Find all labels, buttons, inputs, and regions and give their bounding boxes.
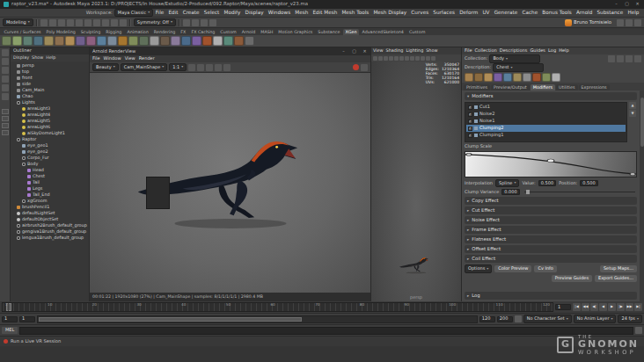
shelf-tab[interactable]: FX Caching bbox=[189, 29, 217, 35]
outliner-item[interactable]: Head bbox=[11, 167, 89, 173]
clump-variance-slider[interactable] bbox=[524, 192, 635, 192]
playback-button[interactable]: |◀ bbox=[573, 303, 581, 311]
viewport-lights-icon[interactable] bbox=[431, 56, 435, 61]
menu-item[interactable]: Create bbox=[180, 10, 201, 15]
palette-swatch[interactable] bbox=[152, 191, 156, 194]
effect-section-header[interactable]: Coil Effect bbox=[465, 255, 637, 263]
paint-select-tool-icon[interactable] bbox=[2, 67, 9, 74]
palette-swatch[interactable] bbox=[161, 195, 165, 199]
snap-point-icon[interactable] bbox=[102, 19, 109, 26]
shelf-tab[interactable]: Rigging bbox=[104, 29, 124, 35]
palette-swatch[interactable] bbox=[157, 204, 160, 207]
channel-box-icon[interactable] bbox=[634, 19, 641, 26]
shelf-tool-icon[interactable] bbox=[2, 36, 11, 46]
xgen-menu-item[interactable]: Descriptions bbox=[500, 48, 528, 54]
minimize-icon[interactable] bbox=[613, 2, 619, 7]
shelf-tool-icon[interactable] bbox=[192, 36, 201, 46]
palette-swatch[interactable] bbox=[148, 199, 151, 203]
xgen-length-icon[interactable] bbox=[503, 73, 512, 82]
create-collection-icon[interactable] bbox=[617, 55, 624, 62]
ipr-record-icon[interactable] bbox=[353, 64, 359, 70]
shelf-tab[interactable]: FX bbox=[179, 29, 188, 35]
outliner-item[interactable]: areaLight6 bbox=[11, 124, 89, 130]
viewport-safe-title-icon[interactable] bbox=[410, 56, 414, 61]
modifier-enabled-checkbox[interactable] bbox=[468, 134, 472, 138]
fps-dropdown[interactable]: 24 fps bbox=[618, 315, 642, 323]
collection-dropdown[interactable]: Body bbox=[489, 54, 540, 63]
move-up-icon[interactable]: ▲ bbox=[629, 102, 636, 109]
xgen-width-icon[interactable] bbox=[513, 73, 522, 82]
playback-button[interactable]: ▶| bbox=[634, 303, 642, 311]
menu-item[interactable]: Select bbox=[201, 10, 222, 15]
undo-icon[interactable] bbox=[67, 19, 74, 26]
shelf-tool-icon[interactable] bbox=[213, 36, 223, 46]
outliner-item[interactable]: Body bbox=[11, 161, 89, 167]
menu-item[interactable]: UV bbox=[480, 10, 492, 15]
command-input[interactable] bbox=[19, 327, 633, 335]
select-tool-icon[interactable] bbox=[2, 49, 9, 56]
lasso-tool-icon[interactable] bbox=[2, 58, 9, 65]
snap-curve-icon[interactable] bbox=[93, 19, 100, 26]
playback-end-field[interactable]: 120 bbox=[479, 316, 495, 322]
menu-item[interactable]: Deform bbox=[457, 10, 480, 15]
xgen-comb-icon[interactable] bbox=[523, 73, 531, 82]
viewport-wireframe-icon[interactable] bbox=[415, 56, 420, 61]
setup-maps-button[interactable]: Setup Maps... bbox=[600, 265, 637, 273]
value-field[interactable]: 0.500 bbox=[538, 180, 556, 186]
animation-end-field[interactable]: 200 bbox=[497, 316, 513, 322]
shelf-tool-icon[interactable] bbox=[76, 36, 85, 46]
shelf-tool-icon[interactable] bbox=[245, 36, 254, 46]
preview-guides-button[interactable]: Preview Guides bbox=[552, 275, 592, 283]
outliner-item[interactable]: persp bbox=[11, 62, 89, 69]
shelf-tool-icon[interactable] bbox=[139, 36, 149, 46]
workspace-dropdown[interactable]: Maya Classic bbox=[114, 9, 153, 18]
shelf-tab[interactable]: XGen bbox=[343, 29, 359, 35]
modifier-item[interactable]: Cut1 bbox=[466, 104, 626, 111]
xgen-tab[interactable]: Expressions bbox=[579, 84, 610, 90]
outliner-item[interactable]: Chao bbox=[11, 93, 89, 99]
export-collection-icon[interactable] bbox=[634, 55, 641, 62]
minimize-icon[interactable] bbox=[340, 49, 347, 54]
viewport-canvas[interactable]: Verts: 350047 Edges: 1210364 Faces: 6301… bbox=[371, 62, 461, 301]
construction-history-icon[interactable] bbox=[183, 19, 190, 26]
playback-button[interactable]: ▶▶ bbox=[626, 303, 633, 311]
new-scene-icon[interactable] bbox=[40, 19, 48, 26]
viewport-safe-action-icon[interactable] bbox=[405, 56, 409, 61]
save-scene-icon[interactable] bbox=[58, 19, 65, 26]
viewport-menu-item[interactable]: View bbox=[373, 48, 384, 53]
viewport-menu-item[interactable]: Lighting bbox=[406, 48, 423, 53]
viewport-film-gate-icon[interactable] bbox=[384, 56, 388, 61]
create-description-icon[interactable] bbox=[608, 55, 615, 62]
palette-swatch[interactable] bbox=[148, 191, 151, 194]
renderview-menu-item[interactable]: Render bbox=[139, 56, 155, 62]
export-guides-button[interactable]: Export Guides... bbox=[595, 275, 637, 283]
shelf-tool-icon[interactable] bbox=[202, 36, 212, 46]
viewport-shaded-icon[interactable] bbox=[421, 56, 425, 61]
save-image-icon[interactable] bbox=[188, 64, 195, 71]
xgen-menu-item[interactable]: Collection bbox=[475, 48, 497, 54]
outliner-item[interactable]: Legs bbox=[11, 185, 89, 192]
position-field[interactable]: 0.500 bbox=[580, 180, 597, 186]
menu-item[interactable]: Substance bbox=[595, 10, 626, 15]
outliner-item[interactable]: eye_geo2 bbox=[11, 148, 89, 155]
time-slider[interactable]: 1102030405060708090100110120 bbox=[2, 302, 553, 312]
palette-swatch[interactable] bbox=[152, 186, 156, 190]
redo-icon[interactable] bbox=[76, 19, 83, 26]
close-icon[interactable] bbox=[362, 49, 368, 54]
move-down-icon[interactable]: ▼ bbox=[629, 110, 636, 117]
menu-item[interactable]: File bbox=[153, 10, 166, 15]
script-editor-icon[interactable] bbox=[635, 327, 642, 334]
clump-variance-field[interactable]: 0.000 bbox=[501, 189, 519, 195]
outliner-item[interactable]: gengiva1Brush_default_group bbox=[11, 228, 89, 235]
menu-item[interactable]: Generate bbox=[492, 10, 520, 15]
xgen-scrollbar[interactable] bbox=[640, 90, 644, 301]
outliner-item[interactable]: defaultLightSet bbox=[11, 210, 89, 216]
effect-section-header[interactable]: Frame Effect bbox=[465, 226, 637, 234]
aov-dropdown[interactable]: Beauty bbox=[92, 63, 119, 72]
viewport-textured-icon[interactable] bbox=[426, 56, 430, 61]
menu-item[interactable]: Mesh Display bbox=[371, 10, 409, 15]
playback-button[interactable]: ◀| bbox=[590, 303, 598, 311]
shelf-tool-icon[interactable] bbox=[160, 36, 170, 46]
menu-item[interactable]: Surfaces bbox=[431, 10, 457, 15]
color-palette-window[interactable] bbox=[146, 177, 170, 209]
